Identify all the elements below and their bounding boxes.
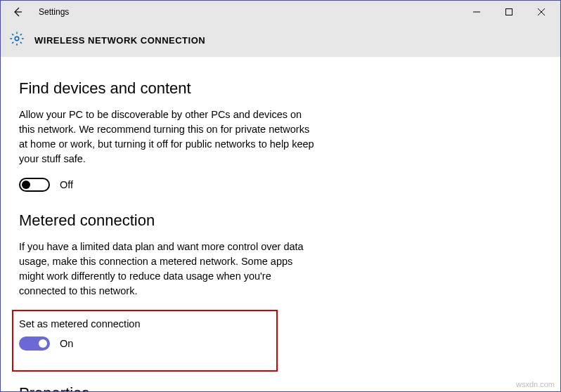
find-devices-toggle[interactable] xyxy=(19,178,50,192)
svg-point-5 xyxy=(15,37,19,41)
back-arrow-icon xyxy=(12,6,23,18)
gear-icon xyxy=(9,31,25,49)
metered-section: Metered connection If you have a limited… xyxy=(19,211,542,372)
maximize-icon xyxy=(505,8,512,15)
maximize-button[interactable] xyxy=(493,1,525,23)
properties-heading: Properties xyxy=(19,384,542,392)
content-area: Find devices and content Allow your PC t… xyxy=(1,57,560,392)
toggle-knob xyxy=(22,181,30,189)
close-icon xyxy=(538,8,545,15)
metered-heading: Metered connection xyxy=(19,211,542,230)
highlight-box: Set as metered connection On xyxy=(12,310,278,372)
toggle-knob xyxy=(39,339,47,348)
watermark: wsxdn.com xyxy=(516,380,555,388)
metered-description: If you have a limited data plan and want… xyxy=(19,240,314,299)
titlebar: Settings xyxy=(1,1,560,23)
svg-rect-2 xyxy=(506,9,512,15)
close-button[interactable] xyxy=(525,1,557,23)
find-devices-description: Allow your PC to be discoverable by othe… xyxy=(19,107,314,166)
metered-toggle-row: On xyxy=(19,337,271,351)
minimize-button[interactable] xyxy=(460,1,493,23)
find-devices-toggle-row: Off xyxy=(19,178,542,192)
find-devices-toggle-label: Off xyxy=(60,179,73,190)
minimize-icon xyxy=(473,8,480,15)
back-button[interactable] xyxy=(4,1,32,23)
metered-toggle-label: On xyxy=(60,338,73,349)
metered-toggle[interactable] xyxy=(19,337,50,351)
page-title: WIRELESS NETWORK CONNECTION xyxy=(34,35,205,46)
page-header: WIRELESS NETWORK CONNECTION xyxy=(1,23,560,57)
window-controls xyxy=(460,1,557,23)
set-metered-label: Set as metered connection xyxy=(19,318,271,329)
app-title: Settings xyxy=(39,7,69,17)
find-devices-heading: Find devices and content xyxy=(19,79,542,98)
